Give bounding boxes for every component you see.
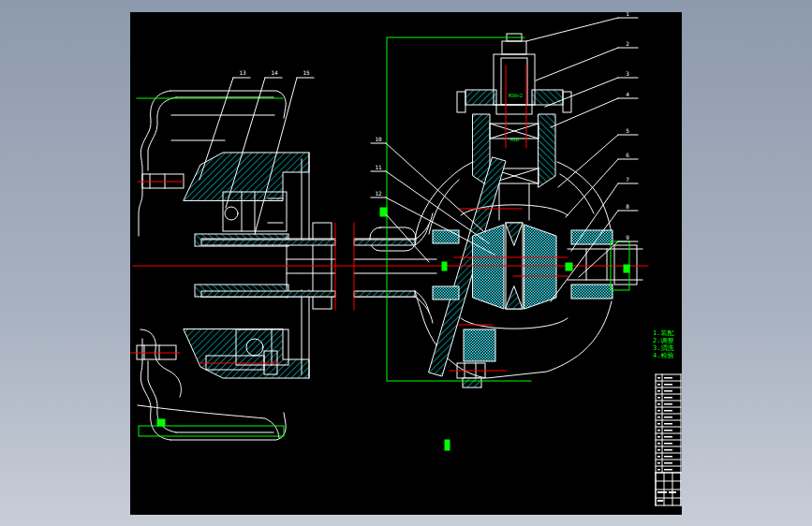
- table-cell-text: [657, 377, 660, 379]
- table-cell-text: [657, 462, 660, 464]
- titleblock-text: [657, 491, 667, 493]
- table-cell-text: [657, 390, 660, 392]
- titleblock-text: [657, 500, 663, 502]
- image-canvas[interactable]: M30×2 M16 1.装配 2.调整 3.清洗 4.检验 1234567891…: [130, 12, 682, 515]
- callout-label: 3: [626, 70, 629, 77]
- table-cell-text: [657, 416, 660, 418]
- pinion-assembly: [457, 34, 571, 220]
- table-cell-text: [664, 462, 672, 464]
- callout-leader: [558, 135, 618, 187]
- table-cell-text: [657, 449, 660, 451]
- table-cell-text: [657, 410, 660, 412]
- callout-leader: [536, 48, 618, 80]
- table-cell-text: [664, 397, 672, 399]
- dimension-m30: M30×2: [509, 93, 523, 98]
- technical-notes: 1.装配 2.调整 3.清洗 4.检验: [653, 329, 673, 359]
- table-cell-text: [657, 436, 660, 438]
- table-cell-text: [664, 410, 672, 412]
- callout-label: 14: [271, 69, 278, 76]
- table-cell-text: [664, 390, 672, 392]
- table-cell-text: [657, 469, 660, 471]
- table-cell-text: [664, 443, 672, 445]
- axle-tube: [201, 213, 436, 323]
- note-line: 2.调整: [653, 337, 673, 344]
- table-cell-text: [664, 377, 672, 379]
- table-cell-text: [657, 430, 660, 431]
- callout-label: 9: [626, 234, 629, 241]
- table-cell-text: [664, 456, 672, 458]
- callout-leader: [579, 241, 618, 277]
- table-cell-text: [657, 423, 660, 425]
- callout-label: 7: [626, 176, 629, 183]
- callout-label: 11: [375, 164, 382, 170]
- parts-list-table: [656, 374, 681, 505]
- callout-label: 10: [375, 136, 382, 142]
- callout-leader: [526, 18, 618, 41]
- callout-label: 5: [626, 127, 629, 134]
- note-line: 4.检验: [653, 352, 673, 359]
- note-line: 3.清洗: [653, 344, 673, 352]
- table-cell-text: [664, 430, 672, 431]
- callout-label: 4: [626, 91, 629, 97]
- callout-label: 6: [626, 152, 629, 158]
- cad-drawing: M30×2 M16 1.装配 2.调整 3.清洗 4.检验 1234567891…: [130, 12, 682, 515]
- callout-label: 15: [303, 69, 310, 76]
- table-cell-text: [664, 416, 672, 418]
- note-line: 1.装配: [653, 329, 673, 337]
- table-cell-text: [664, 403, 672, 405]
- callout-label: 13: [239, 69, 246, 76]
- titleblock-text: [669, 491, 676, 493]
- callout-label: 1: [626, 12, 629, 17]
- callout-label: 2: [626, 40, 629, 47]
- table-cell-text: [664, 436, 672, 438]
- callout-label: 8: [626, 203, 629, 210]
- table-cell-text: [657, 443, 660, 445]
- table-cell-text: [657, 397, 660, 399]
- table-cell-text: [664, 384, 672, 386]
- viewer-background: M30×2 M16 1.装配 2.调整 3.清洗 4.检验 1234567891…: [0, 0, 812, 526]
- table-cell-text: [664, 423, 672, 425]
- callout-leader: [386, 143, 483, 231]
- dimension-m16: M16: [510, 137, 519, 142]
- table-cell-text: [664, 469, 672, 471]
- table-cell-text: [657, 384, 660, 386]
- table-cell-text: [657, 403, 660, 405]
- table-cell-text: [657, 456, 660, 458]
- callout-label: 12: [375, 190, 382, 197]
- table-cell-text: [664, 449, 672, 451]
